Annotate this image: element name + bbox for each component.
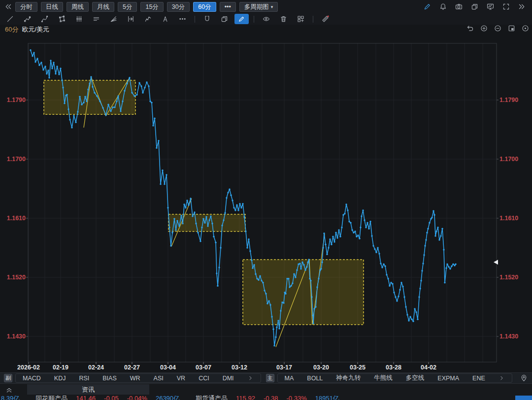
price-dot — [129, 77, 130, 78]
price-dot — [215, 242, 216, 243]
price-dot — [364, 219, 365, 221]
annotation-box[interactable] — [243, 260, 364, 325]
price-dot — [92, 86, 93, 88]
sub-indicator-item[interactable]: DMI — [223, 375, 234, 382]
price-dot — [335, 232, 336, 233]
sub-indicator-item[interactable]: RSI — [79, 375, 89, 382]
price-dot — [444, 282, 445, 283]
chevron-right-sm-icon — [499, 375, 505, 381]
tab-news[interactable]: 资讯 — [27, 384, 149, 395]
price-dot — [154, 118, 155, 119]
price-dot — [151, 102, 152, 103]
price-dot — [58, 73, 60, 75]
price-dot — [455, 264, 456, 265]
date-tick-label: 02-19 — [53, 364, 68, 371]
price-dot — [421, 270, 423, 271]
main-indicator-item[interactable]: EXPMA — [437, 375, 459, 382]
price-dot — [152, 125, 154, 126]
price-dot — [226, 197, 227, 199]
price-dot — [61, 79, 63, 81]
expand-panel-button[interactable] — [5, 385, 13, 394]
date-tick-label: 04-02 — [421, 364, 436, 371]
bottom-right-button-fragment[interactable] — [515, 396, 532, 400]
price-dot — [249, 250, 251, 252]
main-indicator-item[interactable]: BOLL — [307, 375, 323, 382]
sub-indicator-item[interactable]: BIAS — [102, 375, 117, 382]
ticker-value: 8.39亿 — [1, 394, 20, 400]
price-dot — [99, 100, 100, 102]
main-indicator-item[interactable]: 多空线 — [406, 374, 425, 382]
price-dot — [295, 276, 296, 278]
price-dot — [79, 96, 80, 98]
price-dot — [133, 95, 135, 97]
date-tick-label: 02-24 — [88, 364, 104, 371]
price-dot — [321, 262, 323, 263]
price-dot — [38, 65, 40, 66]
sub-indicator-item[interactable]: CCI — [199, 375, 209, 382]
price-dot — [289, 286, 290, 288]
price-dot — [51, 67, 53, 69]
price-dot — [374, 248, 375, 250]
price-dot — [288, 278, 289, 279]
main-indicator-more-button[interactable] — [499, 375, 505, 381]
main-indicator-item[interactable]: 神奇九转 — [336, 374, 361, 382]
price-dot — [356, 236, 357, 237]
price-dot — [186, 200, 188, 201]
sub-indicator-group: MACDKDJRSIBIASWRASIVRCCIDMI — [15, 373, 261, 383]
price-dot — [243, 216, 245, 218]
location-pin-icon — [520, 374, 528, 382]
price-dot — [122, 100, 123, 102]
price-dot — [251, 260, 252, 261]
price-dot — [229, 189, 230, 190]
ticker-value: 115.92 — [236, 394, 255, 400]
price-tick-label: 1.1430 — [499, 333, 518, 340]
price-dot — [328, 247, 329, 248]
price-dot — [160, 183, 161, 185]
price-dot — [277, 320, 279, 321]
price-dot — [204, 222, 205, 224]
price-dot — [313, 308, 315, 309]
price-dot — [60, 67, 61, 69]
price-dot — [306, 266, 307, 267]
sub-indicator-item[interactable]: MACD — [23, 375, 41, 382]
main-indicator-item[interactable]: 牛熊线 — [374, 374, 393, 382]
main-indicator-item[interactable]: ENE — [472, 375, 485, 382]
price-dot — [176, 220, 178, 222]
price-dot — [138, 82, 140, 84]
date-tick-label: 03-17 — [276, 364, 292, 371]
price-dot — [232, 200, 233, 201]
price-dot — [298, 264, 299, 265]
price-tick-label: 1.1700 — [499, 156, 518, 163]
price-chart-canvas[interactable] — [0, 0, 532, 400]
price-dot — [171, 232, 173, 233]
price-dot — [90, 76, 92, 78]
sub-indicator-item[interactable]: KDJ — [54, 375, 66, 382]
price-dot — [446, 264, 448, 265]
price-dot — [309, 278, 310, 279]
sub-indicator-item[interactable]: VR — [177, 375, 185, 382]
price-dot — [126, 83, 128, 84]
price-dot — [360, 227, 361, 228]
price-dot — [420, 280, 422, 281]
price-dot — [218, 267, 220, 268]
price-dot — [192, 215, 193, 217]
price-dot — [414, 308, 415, 309]
price-dot — [386, 274, 387, 275]
news-ticker[interactable]: 8.39亿同花顺产品141.46-0.05-0.04%26390亿期货通产品11… — [1, 394, 531, 400]
sub-indicator-more-button[interactable] — [247, 375, 254, 381]
price-dot — [89, 83, 90, 84]
price-dot — [286, 278, 288, 279]
price-dot — [146, 81, 147, 83]
date-tick-label: 02-27 — [124, 364, 140, 371]
price-dot — [265, 293, 266, 295]
price-dot — [233, 207, 234, 208]
price-dot — [383, 264, 384, 265]
ticker-value: -0.38 — [264, 394, 278, 400]
price-dot — [44, 66, 46, 67]
price-dot — [308, 259, 309, 260]
price-dot — [390, 282, 392, 283]
sub-indicator-item[interactable]: ASI — [154, 375, 164, 382]
location-pin-icon[interactable] — [520, 374, 528, 382]
main-indicator-item[interactable]: MA — [285, 375, 294, 382]
sub-indicator-item[interactable]: WR — [130, 375, 140, 382]
